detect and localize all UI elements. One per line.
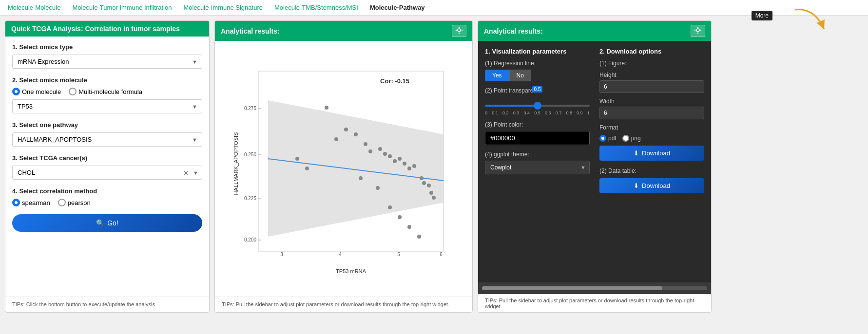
svg-point-24 (427, 184, 431, 187)
download-figure-label: Download (642, 149, 670, 157)
nav-molecule-molecule[interactable]: Molecule-Molecule (8, 4, 60, 11)
right-panel-icon[interactable] (691, 25, 705, 37)
svg-point-12 (364, 142, 367, 146)
left-panel-title: Quick TCGA Analysis: Correlation in tumo… (11, 25, 180, 33)
molecule-select[interactable]: TP53 (12, 99, 202, 113)
slider-thumb[interactable] (534, 102, 541, 110)
nav-tumor-immune[interactable]: Molecule-Tumor Immune Infiltration (72, 4, 172, 11)
svg-text:6: 6 (440, 252, 443, 257)
svg-point-14 (378, 147, 382, 151)
theme-select[interactable]: Cowplot (485, 161, 590, 174)
svg-text:TP53 mRNA: TP53 mRNA (336, 268, 366, 274)
settings-icon (455, 26, 463, 34)
point-color-input[interactable] (485, 131, 590, 145)
right-two-col: 1. Visualization parameters (1) Regressi… (485, 48, 704, 193)
scrollbar[interactable] (482, 286, 707, 290)
nav-pathway[interactable]: Molecule-Pathway (370, 4, 425, 11)
svg-point-16 (388, 154, 392, 158)
svg-point-23 (422, 181, 426, 185)
svg-text:4: 4 (339, 252, 342, 257)
step2-label: 2. Select omics molecule (12, 76, 202, 84)
figure-label: (1) Figure: (599, 60, 704, 67)
step3-pathway-label: 3. Select one pathway (12, 121, 202, 129)
corr-radio-group: spearman pearson (12, 199, 202, 206)
svg-text:0.275: 0.275 (244, 106, 256, 111)
right-panel-body: 1. Visualization parameters (1) Regressi… (478, 41, 711, 282)
yes-toggle-btn[interactable]: Yes (485, 70, 509, 81)
pathway-select[interactable]: HALLMARK_APOPTOSIS (12, 132, 202, 147)
molecule-radio-group: One molecule Multi-molecule formula (12, 88, 202, 95)
radio-pearson[interactable]: pearson (58, 199, 91, 206)
svg-point-19 (403, 162, 406, 166)
svg-text:Cor: -0.15: Cor: -0.15 (380, 77, 409, 85)
height-input[interactable] (599, 80, 704, 93)
point-color-label: (3) Point color: (485, 121, 590, 128)
slider-value-badge: 0.5 (532, 86, 543, 93)
width-input[interactable] (599, 107, 704, 119)
svg-point-20 (407, 167, 411, 170)
scatter-chart: HALLMARK_APOPTOSIS TP53 mRNA 0.275 0.250… (229, 61, 458, 276)
omics-molecule-group: 2. Select omics molecule One molecule Mu… (12, 76, 202, 113)
correlation-group: 4. Select correlation method spearman pe… (12, 187, 202, 206)
svg-point-15 (383, 152, 387, 156)
middle-panel-icon[interactable] (452, 25, 466, 37)
slider-wrapper: 0.5 (485, 98, 590, 110)
left-panel-body: 1. Select omics type mRNA Expression ▼ 2… (5, 37, 209, 296)
theme-select-wrapper: Cowplot ▼ (485, 161, 590, 174)
svg-point-13 (368, 149, 372, 153)
download-table-btn[interactable]: ⬇ Download (599, 178, 704, 193)
radio-one-molecule-icon (12, 88, 20, 95)
go-button[interactable]: 🔍 Go! (12, 214, 202, 232)
cancer-select-clear-icon[interactable]: ✕ (183, 169, 189, 176)
step3-cancer-label: 3. Select TCGA cancer(s) (12, 154, 202, 162)
svg-point-51 (697, 27, 698, 28)
cancer-select-wrapper: CHOL ✕ ▼ (12, 166, 202, 180)
svg-point-28 (359, 176, 363, 180)
radio-pdf[interactable]: pdf (599, 135, 617, 142)
download-icon-2: ⬇ (634, 182, 639, 189)
radio-png-icon (622, 135, 629, 142)
svg-point-8 (325, 106, 328, 110)
svg-point-10 (334, 137, 338, 141)
svg-point-33 (295, 157, 299, 161)
pathway-group: 3. Select one pathway HALLMARK_APOPTOSIS… (12, 121, 202, 147)
svg-point-11 (354, 132, 358, 136)
svg-point-26 (432, 196, 436, 200)
no-toggle-btn[interactable]: No (509, 70, 531, 81)
main-layout: Quick TCGA Analysis: Correlation in tumo… (0, 16, 868, 317)
middle-tips: TIPs: Pull the sidebar to adjust plot pa… (215, 296, 472, 312)
svg-point-21 (412, 164, 416, 168)
omics-type-select-wrapper: mRNA Expression ▼ (12, 55, 202, 69)
chart-area: HALLMARK_APOPTOSIS TP53 mRNA 0.275 0.250… (215, 41, 472, 296)
svg-point-22 (420, 176, 424, 180)
regression-label: (1) Regression line: (485, 60, 590, 67)
svg-point-34 (305, 167, 309, 170)
molecule-select-wrapper: TP53 ▼ (12, 99, 202, 113)
svg-text:0.200: 0.200 (244, 237, 256, 242)
radio-spearman[interactable]: spearman (12, 199, 50, 206)
svg-point-18 (398, 157, 402, 161)
more-tooltip: More (752, 11, 772, 20)
radio-spearman-label: spearman (22, 199, 50, 206)
radio-png[interactable]: png (622, 135, 641, 142)
cancer-select[interactable]: CHOL (12, 166, 202, 180)
nav-tmb-stemness[interactable]: Molecule-TMB/Stemness/MSI (274, 4, 358, 11)
width-label: Width (599, 98, 704, 105)
ggplot-theme-label: (4) ggplot theme: (485, 151, 590, 158)
radio-spearman-icon (12, 199, 20, 206)
svg-point-54 (700, 30, 701, 31)
radio-one-molecule[interactable]: One molecule (12, 88, 61, 95)
radio-multi-molecule[interactable]: Multi-molecule formula (69, 88, 142, 95)
nav-immune-signature[interactable]: Molecule-Immune Signature (183, 4, 263, 11)
svg-text:5: 5 (397, 252, 400, 257)
omics-type-select[interactable]: mRNA Expression (12, 55, 202, 69)
download-figure-btn[interactable]: ⬇ Download (599, 146, 704, 161)
step1-label: 1. Select omics type (12, 43, 202, 51)
right-panel: Analytical results: More 1. Visualizatio… (478, 20, 712, 313)
nav-bar: Molecule-Molecule Molecule-Tumor Immune … (0, 0, 868, 16)
height-label: Height (599, 72, 704, 78)
svg-point-3 (456, 30, 457, 31)
radio-multi-molecule-icon (69, 88, 77, 95)
step4-label: 4. Select correlation method (12, 187, 202, 195)
scroll-area (478, 282, 711, 294)
